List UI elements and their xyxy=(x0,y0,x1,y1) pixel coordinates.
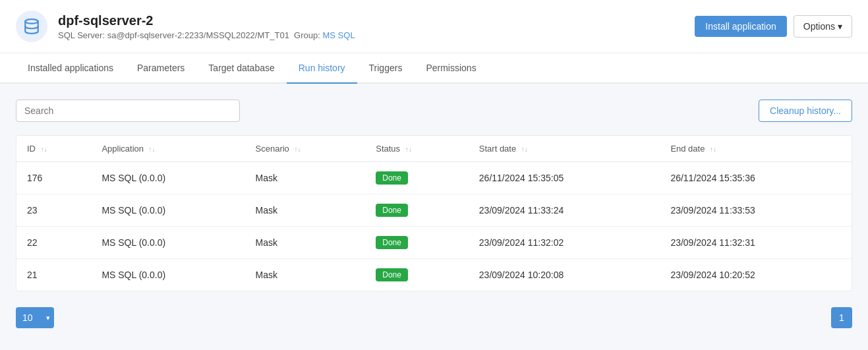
run-history-table: ID ↑↓ Application ↑↓ Scenario ↑↓ Status … xyxy=(16,136,852,291)
cell-id: 22 xyxy=(16,227,91,259)
tab-target-database[interactable]: Target database xyxy=(196,53,286,84)
status-badge: Done xyxy=(376,171,408,185)
status-badge: Done xyxy=(376,268,408,281)
cell-id: 21 xyxy=(16,259,91,291)
table-row[interactable]: 176 MS SQL (0.0.0) Mask Done 26/11/2024 … xyxy=(16,162,852,194)
col-start-date[interactable]: Start date ↑↓ xyxy=(469,136,660,162)
cell-start-date: 23/09/2024 11:32:02 xyxy=(469,227,660,259)
table-row[interactable]: 23 MS SQL (0.0.0) Mask Done 23/09/2024 1… xyxy=(16,194,852,227)
footer-pagination: 102550100 1 xyxy=(16,307,852,328)
current-page: 1 xyxy=(831,307,852,328)
cell-scenario: Mask xyxy=(245,162,366,194)
cell-end-date: 23/09/2024 11:33:53 xyxy=(660,194,852,227)
col-status[interactable]: Status ↑↓ xyxy=(365,136,469,162)
cell-application: MS SQL (0.0.0) xyxy=(91,259,245,291)
server-subtitle: SQL Server: sa@dpf-sqlserver-2:2233/MSSQ… xyxy=(58,30,355,40)
status-badge: Done xyxy=(376,204,408,217)
cell-application: MS SQL (0.0.0) xyxy=(91,162,245,194)
cell-status: Done xyxy=(365,259,469,291)
server-icon xyxy=(16,11,47,42)
tab-triggers[interactable]: Triggers xyxy=(357,53,415,84)
sort-status-icon: ↑↓ xyxy=(405,146,412,153)
tab-run-history[interactable]: Run history xyxy=(287,53,357,84)
cell-id: 23 xyxy=(16,194,91,227)
col-scenario[interactable]: Scenario ↑↓ xyxy=(245,136,366,162)
col-application[interactable]: Application ↑↓ xyxy=(91,136,245,162)
cell-application: MS SQL (0.0.0) xyxy=(91,194,245,227)
main-content: Cleanup history... ID ↑↓ Application ↑↓ … xyxy=(0,84,868,344)
toolbar: Cleanup history... xyxy=(16,100,852,122)
options-button[interactable]: Options ▾ xyxy=(794,15,852,38)
cell-scenario: Mask xyxy=(245,259,366,291)
sort-application-icon: ↑↓ xyxy=(149,146,156,153)
table-wrapper: ID ↑↓ Application ↑↓ Scenario ↑↓ Status … xyxy=(16,135,852,291)
svg-point-0 xyxy=(25,19,38,24)
cleanup-history-button[interactable]: Cleanup history... xyxy=(759,100,852,122)
col-id[interactable]: ID ↑↓ xyxy=(16,136,91,162)
cell-end-date: 23/09/2024 11:32:31 xyxy=(660,227,852,259)
group-link[interactable]: MS SQL xyxy=(322,30,355,40)
cell-id: 176 xyxy=(16,162,91,194)
sort-scenario-icon: ↑↓ xyxy=(294,146,301,153)
table-row[interactable]: 22 MS SQL (0.0.0) Mask Done 23/09/2024 1… xyxy=(16,227,852,259)
group-label: Group: xyxy=(294,30,320,40)
nav-tabs: Installed applications Parameters Target… xyxy=(0,53,868,84)
cell-status: Done xyxy=(365,194,469,227)
header: dpf-sqlserver-2 SQL Server: sa@dpf-sqlse… xyxy=(0,0,868,53)
cell-end-date: 23/09/2024 10:20:52 xyxy=(660,259,852,291)
cell-status: Done xyxy=(365,227,469,259)
status-badge: Done xyxy=(376,236,408,249)
table-body: 176 MS SQL (0.0.0) Mask Done 26/11/2024 … xyxy=(16,162,852,291)
header-actions: Install application Options ▾ xyxy=(695,15,852,38)
sort-end-date-icon: ↑↓ xyxy=(710,146,716,153)
tab-parameters[interactable]: Parameters xyxy=(125,53,196,84)
per-page-select[interactable]: 102550100 xyxy=(16,307,54,328)
cell-application: MS SQL (0.0.0) xyxy=(91,227,245,259)
cell-start-date: 26/11/2024 15:35:05 xyxy=(469,162,660,194)
table-row[interactable]: 21 MS SQL (0.0.0) Mask Done 23/09/2024 1… xyxy=(16,259,852,291)
cell-end-date: 26/11/2024 15:35:36 xyxy=(660,162,852,194)
table-header: ID ↑↓ Application ↑↓ Scenario ↑↓ Status … xyxy=(16,136,852,162)
cell-start-date: 23/09/2024 11:33:24 xyxy=(469,194,660,227)
sort-id-icon: ↑↓ xyxy=(41,146,47,153)
tab-permissions[interactable]: Permissions xyxy=(414,53,488,84)
search-input[interactable] xyxy=(16,100,240,122)
sort-start-date-icon: ↑↓ xyxy=(521,146,528,153)
cell-scenario: Mask xyxy=(245,194,366,227)
cell-scenario: Mask xyxy=(245,227,366,259)
install-application-button[interactable]: Install application xyxy=(695,16,786,37)
cell-start-date: 23/09/2024 10:20:08 xyxy=(469,259,660,291)
col-end-date[interactable]: End date ↑↓ xyxy=(660,136,852,162)
server-title: dpf-sqlserver-2 xyxy=(58,13,355,28)
per-page-wrapper: 102550100 xyxy=(16,307,54,328)
chevron-down-icon: ▾ xyxy=(838,21,842,32)
header-left: dpf-sqlserver-2 SQL Server: sa@dpf-sqlse… xyxy=(16,11,355,42)
server-subtitle-text: SQL Server: sa@dpf-sqlserver-2:2233/MSSQ… xyxy=(58,30,289,40)
tab-installed-applications[interactable]: Installed applications xyxy=(16,53,125,84)
options-label: Options xyxy=(803,21,835,32)
server-info: dpf-sqlserver-2 SQL Server: sa@dpf-sqlse… xyxy=(58,13,355,40)
cell-status: Done xyxy=(365,162,469,194)
